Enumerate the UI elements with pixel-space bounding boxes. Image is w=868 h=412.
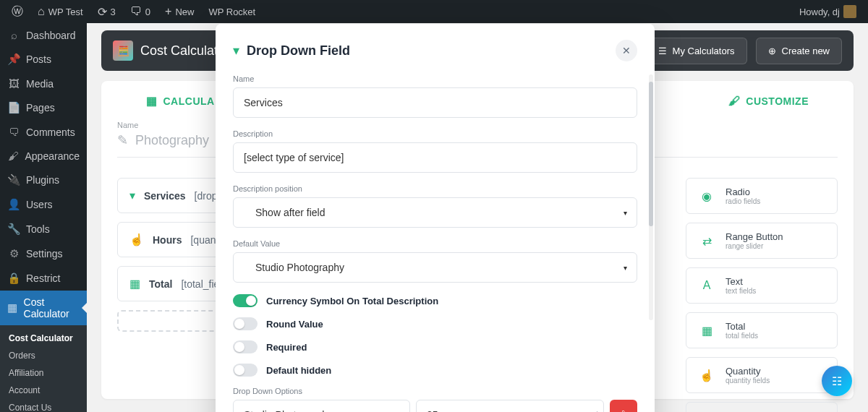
currency-toggle-label: Currency Symbol On Total Description (266, 296, 438, 306)
widget-range[interactable]: ⇄Range Buttonrange slider (686, 223, 838, 259)
menu-dashboard[interactable]: ⌕Dashboard (0, 23, 87, 47)
menu-media[interactable]: 🖼Media (0, 72, 87, 95)
tab-label: CUSTOMIZE (746, 95, 809, 107)
dashboard-icon: ⌕ (7, 29, 20, 41)
scrollbar-thumb[interactable] (649, 82, 653, 226)
plug-icon: 🔌 (7, 173, 20, 186)
close-icon: ✕ (622, 45, 631, 56)
widget-quantity[interactable]: ☝Quantityquantity fields (686, 357, 838, 393)
menu-label: Users (26, 199, 53, 210)
my-calculators-button[interactable]: ☰My Calculators (646, 38, 747, 64)
site-link[interactable]: ⌂WP Test (32, 5, 89, 18)
menu-plugins[interactable]: 🔌Plugins (0, 168, 87, 192)
close-button[interactable]: ✕ (616, 40, 637, 61)
help-fab[interactable]: ☷ (822, 366, 852, 396)
menu-label: Restrict (26, 272, 60, 284)
submenu-orders[interactable]: Orders (0, 347, 87, 364)
menu-tools[interactable]: 🔧Tools (0, 217, 87, 241)
menu-cost-calculator[interactable]: ▦Cost Calculator (0, 291, 87, 325)
menu-label: Media (26, 78, 54, 90)
widget-sub: total fields (726, 332, 758, 340)
delete-option-button[interactable]: 🗑 (610, 400, 637, 412)
round-toggle[interactable] (233, 317, 258, 330)
widget-title: Radio (726, 186, 760, 197)
menu-label: Cost Calculator (24, 296, 80, 319)
hidden-toggle[interactable] (233, 364, 258, 377)
widget-radio[interactable]: ◉Radioradio fields (686, 178, 838, 214)
submenu: Cost Calculator Orders Affiliation Accou… (0, 325, 87, 412)
menu-restrict[interactable]: 🔒Restrict (0, 266, 87, 291)
description-position-label: Description position (233, 184, 637, 193)
updates-count: 3 (111, 7, 116, 17)
wp-adminbar: ⓦ ⌂WP Test ⟳3 🗨0 +New WP Rocket Howdy, d… (0, 0, 868, 23)
chevron-down-icon: ▾ (129, 189, 135, 202)
widget-sub: quantity fields (726, 377, 770, 385)
option-name-input[interactable] (233, 400, 410, 412)
menu-label: Settings (26, 248, 63, 259)
text-icon: A (697, 275, 717, 296)
plus-icon: + (165, 5, 171, 18)
description-position-select[interactable]: Show after field (233, 197, 637, 228)
admin-sidebar: ⌕Dashboard 📌Posts 🖼Media 📄Pages 🗨Comment… (0, 23, 87, 412)
submenu-account[interactable]: Account (0, 382, 87, 399)
field-name: Services (144, 190, 186, 202)
round-toggle-label: Round Value (266, 319, 323, 330)
menu-settings[interactable]: ⚙Settings (0, 241, 87, 266)
edit-icon: ✎ (117, 132, 128, 148)
howdy-link[interactable]: Howdy, dj (793, 5, 862, 18)
field-name: Total (149, 278, 172, 290)
submenu-head[interactable]: Cost Calculator (0, 330, 87, 347)
modal-scrollbar[interactable] (649, 74, 653, 320)
field-name: Hours (153, 234, 182, 246)
widget-text[interactable]: ATexttext fields (686, 267, 838, 304)
brush-icon: 🖌 (7, 150, 19, 162)
tab-customize[interactable]: 🖌CUSTOMIZE (728, 94, 809, 108)
tab-calculator[interactable]: ▦CALCULA (146, 94, 215, 108)
comments-count: 0 (145, 7, 150, 17)
widget-title: Text (726, 276, 756, 287)
default-value-select[interactable]: Studio Photography (233, 252, 637, 283)
menu-users[interactable]: 👤Users (0, 192, 87, 217)
comments-link[interactable]: 🗨0 (124, 5, 156, 18)
menu-comments[interactable]: 🗨Comments (0, 120, 87, 144)
brush-icon: 🖌 (728, 95, 741, 108)
menu-appearance[interactable]: 🖌Appearance (0, 144, 87, 168)
wrench-icon: 🔧 (7, 223, 20, 236)
new-link[interactable]: +New (159, 5, 200, 18)
required-toggle[interactable] (233, 340, 258, 353)
menu-posts[interactable]: 📌Posts (0, 47, 87, 72)
description-input[interactable] (233, 142, 637, 173)
updates-link[interactable]: ⟳3 (92, 5, 122, 19)
options-label: Drop Down Options (233, 387, 637, 395)
menu-label: Comments (26, 126, 75, 138)
howdy-text: Howdy, dj (799, 7, 840, 17)
option-value-input[interactable] (416, 400, 604, 412)
default-value-label: Default Value (233, 239, 637, 248)
hidden-toggle-label: Default hidden (266, 365, 331, 376)
widget-title: Total (726, 321, 758, 332)
submenu-contact[interactable]: Contact Us (0, 399, 87, 412)
widget-toggle[interactable]: ◐Toggle Buttontoggle fields (686, 402, 838, 412)
wp-rocket-link[interactable]: WP Rocket (203, 7, 261, 17)
menu-label: Dashboard (26, 30, 76, 41)
calculator-icon: ▦ (129, 277, 140, 291)
radio-icon: ◉ (697, 186, 717, 206)
menu-label: Tools (26, 223, 50, 235)
refresh-icon: ⟳ (98, 5, 107, 19)
create-new-button[interactable]: ⊕Create new (756, 38, 842, 64)
widget-sub: text fields (726, 287, 756, 295)
widget-sub: range slider (726, 242, 783, 250)
required-toggle-label: Required (266, 342, 307, 353)
submenu-affiliation[interactable]: Affiliation (0, 364, 87, 382)
menu-label: Plugins (26, 174, 59, 186)
lock-icon: 🔒 (7, 272, 20, 285)
menu-pages[interactable]: 📄Pages (0, 95, 87, 120)
widget-total[interactable]: ▦Totaltotal fields (686, 312, 838, 348)
comment-icon: 🗨 (130, 5, 142, 18)
dropdown-field-modal: ▾ Drop Down Field ✕ Name Description Des… (216, 24, 655, 412)
quantity-icon: ☝ (697, 365, 717, 385)
chevron-down-icon: ▾ (233, 43, 239, 59)
currency-toggle[interactable] (233, 294, 258, 307)
wp-logo[interactable]: ⓦ (6, 4, 29, 20)
name-input[interactable] (233, 87, 637, 118)
